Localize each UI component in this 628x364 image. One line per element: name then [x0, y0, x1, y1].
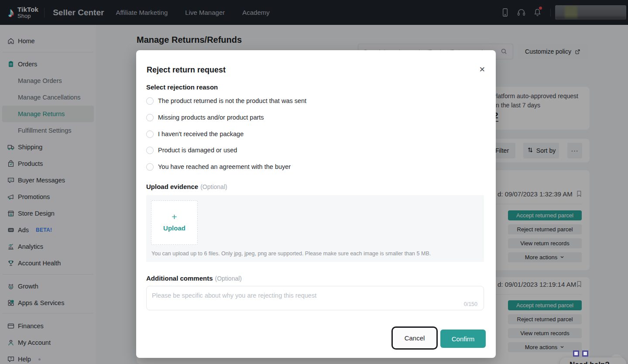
character-counter: 0/150: [464, 301, 477, 307]
upload-evidence-section-label: Upload evidence(Optional): [146, 183, 227, 191]
modal-title: Reject return request: [147, 65, 226, 75]
rejection-reason-section-label: Select rejection reason: [146, 83, 218, 91]
reason-radio-missing-products[interactable]: Missing products and/or product parts: [146, 113, 264, 122]
radio-button[interactable]: [146, 97, 154, 105]
confirm-button[interactable]: Confirm: [440, 330, 486, 348]
radio-label: Product is damaged or used: [158, 147, 237, 154]
reason-radio-damaged-or-used[interactable]: Product is damaged or used: [146, 146, 237, 155]
widget-squares-icon: [573, 350, 588, 357]
upload-hint-text: You can upload up to 6 files. Only jpg, …: [151, 251, 431, 257]
comments-textarea[interactable]: [147, 286, 484, 302]
cancel-button-focus-ring: Cancel: [391, 326, 438, 350]
radio-label: Missing products and/or product parts: [158, 114, 264, 121]
radio-label: You have reached an agreement with the b…: [158, 163, 291, 170]
close-icon[interactable]: ✕: [479, 66, 485, 73]
reject-return-request-modal: Reject return request ✕ Select rejection…: [136, 50, 496, 358]
reason-radio-agreement-with-buyer[interactable]: You have reached an agreement with the b…: [146, 162, 291, 171]
comments-field-wrapper: 0/150: [146, 286, 484, 310]
upload-label: Upload: [151, 224, 197, 232]
radio-label: The product returned is not the product …: [158, 97, 306, 104]
radio-button[interactable]: [146, 147, 154, 154]
upload-button[interactable]: + Upload: [151, 200, 198, 245]
reason-radio-package-not-received[interactable]: I haven't received the package: [146, 130, 244, 138]
radio-label: I haven't received the package: [158, 130, 244, 137]
radio-button[interactable]: [146, 130, 154, 138]
plus-icon: +: [151, 212, 197, 221]
radio-button[interactable]: [146, 163, 154, 171]
additional-comments-section-label: Additional comments(Optional): [146, 275, 242, 282]
upload-evidence-area: + Upload You can upload up to 6 files. O…: [146, 195, 484, 262]
cancel-button[interactable]: Cancel: [394, 329, 435, 347]
reason-radio-wrong-product[interactable]: The product returned is not the product …: [146, 96, 306, 105]
radio-button[interactable]: [146, 114, 154, 121]
